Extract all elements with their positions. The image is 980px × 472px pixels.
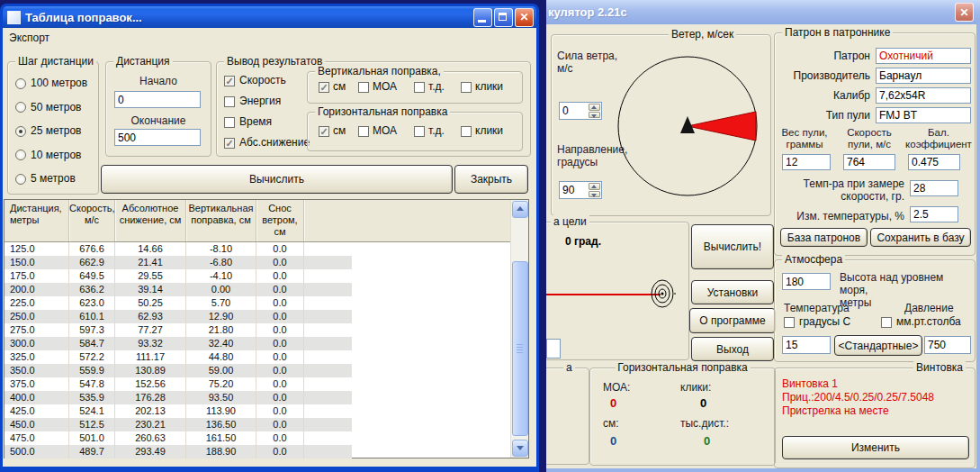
output-check-option[interactable]: Время — [224, 116, 310, 128]
close-table-button[interactable]: Закрыть — [454, 165, 528, 194]
unit-check-option[interactable]: т.д. — [414, 125, 445, 137]
temperature-input[interactable] — [782, 336, 831, 354]
checkbox-icon[interactable] — [461, 82, 472, 93]
unit-check-option[interactable]: МОА — [358, 81, 397, 93]
calculator-titlebar[interactable]: кулятор 2.21с — [546, 0, 980, 24]
scrollbar-thumb[interactable] — [512, 261, 528, 436]
unit-check-option[interactable]: клики — [461, 125, 503, 137]
step-radio-option[interactable]: 25 метров — [15, 125, 96, 137]
checkbox-icon[interactable] — [881, 317, 892, 328]
table-row[interactable]: 400.0535.9176.2893.500.0 — [4, 391, 352, 404]
table-header-cell[interactable]: Абсолютное снижение, см — [115, 200, 186, 241]
unit-check-option[interactable]: ✓см — [319, 125, 346, 137]
table-header-cell[interactable]: Скорость, м/с — [69, 200, 115, 241]
spin-down-icon[interactable] — [589, 112, 600, 119]
scroll-up-icon[interactable] — [512, 201, 528, 218]
altitude-input[interactable] — [782, 273, 831, 290]
step-radio-option[interactable]: 50 метров — [15, 102, 96, 113]
menu-export[interactable]: Экспорт — [3, 30, 56, 46]
output-check-option[interactable]: ✓Скорость — [224, 75, 310, 86]
field-input[interactable] — [876, 87, 971, 104]
table-header-cell[interactable]: Дистанция, метры — [4, 200, 69, 241]
about-button[interactable]: О программе — [689, 308, 776, 333]
calculate-table-button[interactable]: Вычислить — [101, 165, 453, 194]
field-input[interactable] — [876, 107, 971, 123]
unit-check-option[interactable]: ✓см — [319, 81, 346, 93]
temp-change-input[interactable] — [910, 206, 958, 222]
table-row[interactable]: 450.0512.5230.21136.500.0 — [4, 418, 352, 431]
close-button[interactable]: ✕ — [515, 8, 534, 27]
wind-speed-spinner[interactable] — [559, 102, 602, 120]
table-row[interactable]: 275.0597.377.2721.800.0 — [4, 323, 352, 337]
table-row[interactable]: 425.0524.1202.13113.900.0 — [4, 404, 352, 418]
vertical-scrollbar[interactable] — [510, 200, 528, 458]
step-radio-option[interactable]: 10 метров — [15, 150, 96, 161]
bullet-speed-input[interactable] — [843, 154, 895, 170]
settings-button[interactable]: Установки — [691, 280, 774, 304]
temperature-unit-option[interactable]: градусы С — [784, 316, 850, 328]
step-radio-option[interactable]: 5 метров — [15, 173, 96, 185]
measure-temp-input[interactable] — [910, 180, 958, 196]
change-rifle-button[interactable]: Изменить — [782, 436, 969, 459]
distance-start-input[interactable] — [114, 91, 201, 108]
spin-down-icon[interactable] — [589, 191, 600, 198]
spin-up-icon[interactable] — [589, 104, 600, 111]
spinner-buttons[interactable] — [589, 183, 600, 197]
table-row[interactable]: 200.0636.239.140.000.0 — [4, 283, 352, 296]
checkbox-icon[interactable]: ✓ — [224, 76, 235, 86]
radio-icon[interactable] — [15, 126, 26, 137]
ballistic-coefficient-input[interactable] — [908, 154, 960, 170]
correction-table-titlebar[interactable]: Таблица поправок... ✕ — [3, 6, 536, 28]
checkbox-icon[interactable] — [414, 126, 425, 137]
table-row[interactable]: 125.0676.614.66-8.100.0 — [4, 242, 352, 256]
checkbox-icon[interactable] — [414, 82, 425, 93]
table-row[interactable]: 325.0572.2111.1744.800.0 — [4, 350, 352, 364]
output-check-option[interactable]: Энергия — [224, 95, 310, 107]
checkbox-icon[interactable] — [461, 126, 472, 137]
spinner-buttons[interactable] — [589, 104, 600, 118]
unit-check-option[interactable]: клики — [461, 81, 503, 93]
checkbox-icon[interactable] — [224, 96, 235, 107]
minimize-button[interactable] — [473, 8, 492, 27]
checkbox-icon[interactable] — [358, 126, 369, 137]
radio-icon[interactable] — [15, 78, 26, 89]
standard-atmosphere-button[interactable]: <Стандартные> — [834, 335, 922, 356]
radio-icon[interactable] — [15, 150, 26, 160]
table-row[interactable]: 225.0623.050.255.700.0 — [4, 296, 352, 310]
step-radio-option[interactable]: 100 метров — [15, 77, 96, 89]
checkbox-icon[interactable]: ✓ — [319, 126, 329, 137]
checkbox-icon[interactable]: ✓ — [319, 82, 329, 93]
exit-button[interactable]: Выход — [691, 337, 774, 361]
pressure-input[interactable] — [924, 336, 971, 354]
table-header-cell[interactable]: Вертикальная поправка, см — [186, 200, 256, 241]
table-row[interactable]: 500.0489.7293.49188.900.0 — [4, 445, 352, 458]
field-input[interactable] — [876, 68, 971, 84]
table-row[interactable]: 150.0662.921.41-6.800.0 — [4, 256, 352, 269]
table-row[interactable]: 300.0584.793.3232.400.0 — [4, 337, 352, 350]
hidden-edit-box[interactable] — [546, 339, 561, 359]
save-to-database-button[interactable]: Сохранить в базу — [870, 228, 971, 247]
calculator-close-button[interactable]: ✕ — [955, 3, 974, 22]
spin-up-icon[interactable] — [589, 183, 600, 190]
output-check-option[interactable]: ✓Абс.снижение — [224, 137, 310, 149]
maximize-button[interactable] — [494, 8, 513, 27]
table-row[interactable]: 375.0547.8152.5675.200.0 — [4, 377, 352, 391]
wind-direction-spinner[interactable] — [559, 181, 602, 199]
table-row[interactable]: 250.0610.162.9312.900.0 — [4, 310, 352, 323]
checkbox-icon[interactable] — [784, 317, 795, 328]
calculate-button[interactable]: Вычислить! — [691, 224, 774, 269]
wind-rose-diagram[interactable] — [616, 55, 759, 197]
pressure-unit-option[interactable]: мм.рт.столба — [881, 316, 961, 328]
checkbox-icon[interactable]: ✓ — [224, 138, 235, 149]
table-header-cell[interactable]: Снос ветром, см — [256, 200, 304, 241]
table-row[interactable]: 175.0649.529.55-4.100.0 — [4, 269, 352, 283]
radio-icon[interactable] — [15, 102, 26, 113]
field-input[interactable] — [876, 48, 971, 64]
bullet-weight-input[interactable] — [782, 154, 831, 170]
unit-check-option[interactable]: т.д. — [414, 81, 445, 93]
cartridge-database-button[interactable]: База патронов — [780, 228, 868, 247]
unit-check-option[interactable]: МОА — [358, 125, 397, 137]
scroll-down-icon[interactable] — [512, 440, 528, 457]
table-row[interactable]: 350.0559.9130.8959.000.0 — [4, 364, 352, 377]
checkbox-icon[interactable] — [358, 82, 369, 93]
